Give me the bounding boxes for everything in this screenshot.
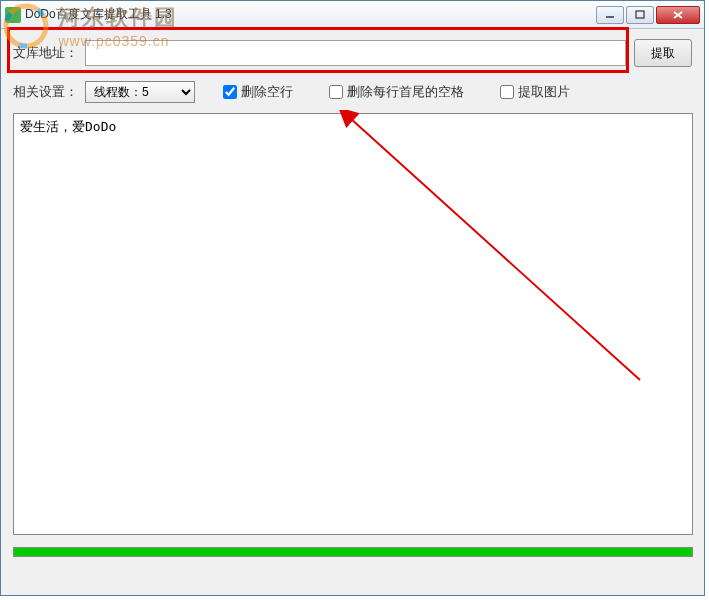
minimize-button[interactable] (596, 6, 624, 24)
extract-images-label: 提取图片 (518, 83, 570, 101)
settings-label: 相关设置： (13, 83, 85, 101)
url-label: 文库地址： (13, 44, 85, 62)
delete-empty-lines-checkbox[interactable] (223, 85, 237, 99)
trim-spaces-label: 删除每行首尾的空格 (347, 83, 464, 101)
titlebar: DoDo百度文库提取工具 1.3 (1, 1, 704, 29)
app-icon (5, 7, 21, 23)
extract-button[interactable]: 提取 (634, 39, 692, 67)
window-title: DoDo百度文库提取工具 1.3 (25, 6, 596, 23)
url-input[interactable] (85, 40, 626, 66)
close-button[interactable] (656, 6, 700, 24)
client-area: 文库地址： 提取 相关设置： 线程数：5 删除空行 删除每行首尾的空格 提取图片 (1, 29, 704, 567)
thread-select[interactable]: 线程数：5 (85, 81, 195, 103)
extract-images-group[interactable]: 提取图片 (500, 83, 570, 101)
url-row: 文库地址： 提取 (13, 39, 692, 67)
extract-images-checkbox[interactable] (500, 85, 514, 99)
trim-spaces-group[interactable]: 删除每行首尾的空格 (329, 83, 464, 101)
progress-bar (13, 547, 693, 557)
settings-row: 相关设置： 线程数：5 删除空行 删除每行首尾的空格 提取图片 (13, 81, 692, 103)
content-textarea[interactable]: 爱生活，爱DoDo (13, 113, 693, 535)
main-window: DoDo百度文库提取工具 1.3 文库地址： 提取 相关设置： 线程数：5 (0, 0, 705, 596)
delete-empty-lines-label: 删除空行 (241, 83, 293, 101)
delete-empty-lines-group[interactable]: 删除空行 (223, 83, 293, 101)
trim-spaces-checkbox[interactable] (329, 85, 343, 99)
svg-rect-1 (636, 11, 644, 18)
maximize-button[interactable] (626, 6, 654, 24)
window-controls (596, 6, 700, 24)
